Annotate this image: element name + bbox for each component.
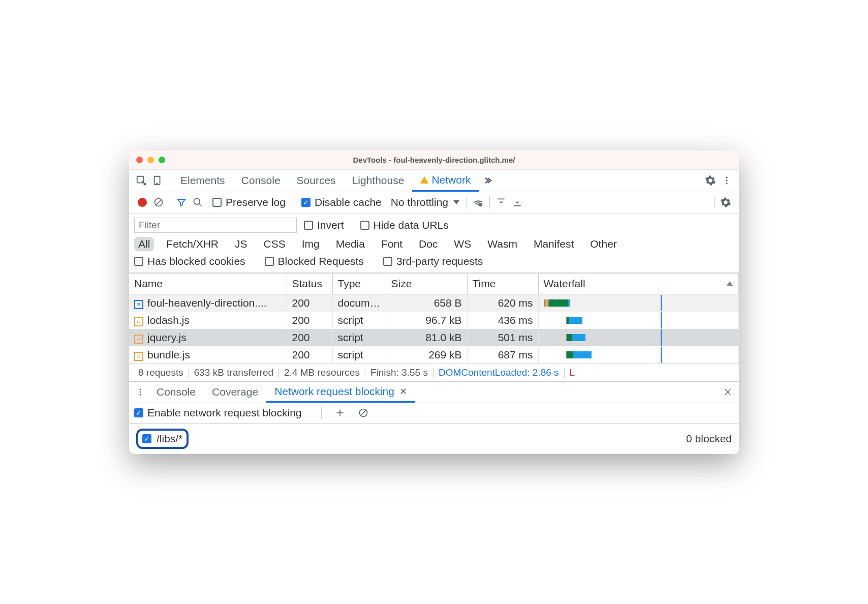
tab-sources[interactable]: Sources — [289, 170, 344, 192]
header-waterfall[interactable]: Waterfall — [538, 273, 738, 294]
type-font[interactable]: Font — [377, 237, 407, 251]
header-status[interactable]: Status — [287, 273, 332, 294]
tab-lighthouse[interactable]: Lighthouse — [344, 170, 413, 192]
throttling-label: No throttling — [391, 196, 448, 208]
divider — [467, 196, 467, 208]
preserve-log-checkbox[interactable]: Preserve log — [212, 196, 286, 208]
type-manifest[interactable]: Manifest — [530, 237, 578, 251]
blocked-requests-checkbox[interactable]: Blocked Requests — [265, 255, 364, 267]
invert-checkbox[interactable]: Invert — [304, 219, 344, 231]
divider — [169, 174, 169, 187]
network-table: Name Status Type Size Time Waterfall ≡fo… — [129, 273, 739, 364]
main-tabs: Elements Console Sources Lighthouse Netw… — [129, 170, 739, 192]
minimize-window-button[interactable] — [147, 157, 154, 163]
close-tab-icon[interactable]: ✕ — [399, 386, 407, 397]
table-row[interactable]: ≡foul-heavenly-direction.... 200 docum… … — [129, 294, 739, 312]
chevron-down-icon — [453, 200, 459, 204]
header-type[interactable]: Type — [332, 273, 386, 294]
maximize-window-button[interactable] — [159, 157, 165, 163]
drawer-close-icon[interactable] — [720, 384, 736, 400]
pattern-row: ✓ /libs/* 0 blocked — [129, 424, 739, 454]
divider — [321, 407, 322, 419]
tab-network-label: Network — [431, 174, 471, 186]
type-all[interactable]: All — [134, 237, 154, 251]
file-icon: ≡ — [134, 300, 143, 309]
kebab-menu-icon[interactable] — [719, 172, 735, 189]
svg-point-13 — [140, 394, 141, 396]
drawer-kebab-icon[interactable] — [132, 384, 148, 400]
status-requests: 8 requests — [133, 367, 189, 378]
search-icon[interactable] — [190, 194, 206, 210]
type-media[interactable]: Media — [332, 237, 369, 251]
network-conditions-icon[interactable] — [470, 194, 486, 210]
import-har-icon[interactable] — [493, 194, 509, 210]
status-finish: Finish: 3.55 s — [365, 367, 433, 378]
close-window-button[interactable] — [136, 157, 143, 163]
drawer-tab-coverage[interactable]: Coverage — [204, 382, 266, 403]
type-js[interactable]: JS — [231, 237, 252, 251]
enable-blocking-checkbox[interactable]: ✓Enable network request blocking — [134, 407, 302, 419]
file-icon: ‹› — [134, 352, 143, 361]
traffic-lights — [136, 157, 165, 163]
type-other[interactable]: Other — [586, 237, 621, 251]
clear-icon[interactable] — [150, 194, 167, 210]
throttling-select[interactable]: No throttling — [391, 196, 448, 208]
type-doc[interactable]: Doc — [415, 237, 442, 251]
status-load: L — [565, 367, 580, 378]
svg-line-19 — [361, 410, 366, 415]
divider — [714, 196, 715, 208]
more-tabs-icon[interactable] — [479, 172, 495, 189]
table-row[interactable]: ‹›lodash.js 200 script 96.7 kB 436 ms — [129, 312, 739, 329]
drawer-toolbar: ✓Enable network request blocking — [129, 403, 739, 424]
status-dcl: DOMContentLoaded: 2.86 s — [433, 367, 564, 378]
svg-point-3 — [726, 177, 727, 178]
blocked-cookies-checkbox[interactable]: Has blocked cookies — [134, 255, 245, 267]
third-party-checkbox[interactable]: 3rd-party requests — [383, 255, 483, 267]
status-bar: 8 requests 633 kB transferred 2.4 MB res… — [129, 364, 739, 382]
add-pattern-icon[interactable] — [332, 405, 348, 421]
pattern-checkbox[interactable]: ✓ — [142, 434, 151, 443]
tab-elements[interactable]: Elements — [172, 170, 233, 192]
blocked-count: 0 blocked — [686, 433, 732, 445]
device-toggle-icon[interactable] — [149, 172, 166, 189]
hide-data-urls-checkbox[interactable]: Hide data URLs — [360, 219, 449, 231]
drawer-tabs: Console Coverage Network request blockin… — [129, 382, 739, 403]
drawer-tab-nrb[interactable]: Network request blocking ✕ — [266, 382, 415, 403]
table-row[interactable]: ‹›bundle.js 200 script 269 kB 687 ms — [129, 346, 739, 364]
network-settings-icon[interactable] — [718, 194, 734, 210]
settings-icon[interactable] — [702, 172, 719, 189]
type-wasm[interactable]: Wasm — [483, 237, 521, 251]
header-name[interactable]: Name — [129, 273, 287, 294]
header-size[interactable]: Size — [386, 273, 467, 294]
type-ws[interactable]: WS — [450, 237, 475, 251]
titlebar: DevTools - foul-heavenly-direction.glitc… — [129, 150, 739, 170]
export-har-icon[interactable] — [509, 194, 525, 210]
tab-console[interactable]: Console — [233, 170, 289, 192]
svg-point-11 — [140, 388, 141, 390]
type-fetch[interactable]: Fetch/XHR — [162, 237, 223, 251]
tab-network[interactable]: Network — [412, 170, 479, 192]
file-icon: ‹› — [134, 317, 143, 326]
table-row[interactable]: ‹›jquery.js 200 script 81.0 kB 501 ms — [129, 329, 739, 346]
header-time[interactable]: Time — [467, 273, 538, 294]
svg-point-4 — [726, 179, 727, 181]
divider — [170, 196, 170, 208]
devtools-window: DevTools - foul-heavenly-direction.glitc… — [129, 150, 739, 454]
divider — [489, 196, 490, 208]
type-img[interactable]: Img — [298, 237, 324, 251]
window-title: DevTools - foul-heavenly-direction.glitc… — [129, 156, 739, 164]
drawer-tab-console[interactable]: Console — [148, 382, 204, 403]
remove-all-icon[interactable] — [355, 405, 371, 421]
sort-asc-icon — [726, 281, 733, 286]
svg-point-12 — [140, 391, 141, 393]
disable-cache-checkbox[interactable]: ✓Disable cache — [301, 196, 382, 208]
filter-icon[interactable] — [173, 194, 190, 210]
status-resources: 2.4 MB resources — [279, 367, 365, 378]
pattern-text[interactable]: /libs/* — [157, 433, 182, 445]
filter-input[interactable] — [134, 218, 297, 233]
divider — [298, 196, 298, 208]
type-css[interactable]: CSS — [260, 237, 290, 251]
divider — [699, 174, 699, 187]
inspect-element-icon[interactable] — [133, 172, 149, 189]
record-button[interactable] — [134, 194, 150, 210]
